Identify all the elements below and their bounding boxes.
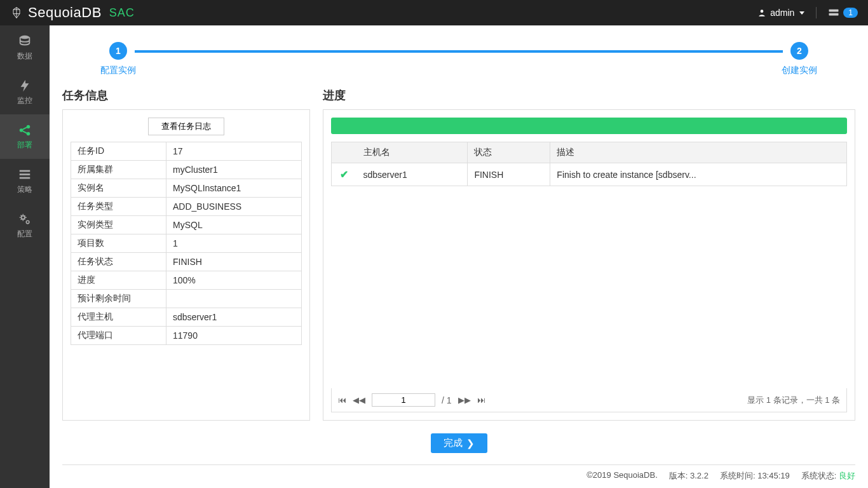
svg-rect-2 [829, 13, 839, 16]
wizard-stepper: 1 配置实例 2 创建实例 [100, 42, 817, 76]
sidebar-item-label: 监控 [17, 95, 32, 106]
task-info-value: 1 [166, 234, 302, 253]
footer-systime: 系统时间: 13:45:19 [720, 470, 790, 482]
progress-title: 进度 [323, 88, 855, 103]
sidebar-item-deploy[interactable]: 部署 [0, 114, 50, 159]
user-name: admin [770, 8, 794, 18]
finish-button[interactable]: 完成 ❯ [431, 433, 487, 453]
task-info-value: FINISH [166, 253, 302, 271]
sidebar: 数据 监控 部署 策略 配置 [0, 25, 50, 488]
sidebar-item-data[interactable]: 数据 [0, 25, 50, 70]
task-info-title: 任务信息 [62, 88, 310, 103]
footer-status: 系统状态: 良好 [801, 470, 855, 482]
check-icon: ✔ [340, 169, 348, 180]
task-info-table: 任务ID17所属集群myCluster1实例名MySQLInstance1任务类… [71, 142, 302, 345]
progress-table: 主机名 状态 描述 ✔ sdbserver1 FINISH Finish to … [331, 142, 847, 186]
gears-icon [18, 212, 32, 226]
task-info-value [166, 290, 302, 308]
step-circle: 2 [790, 42, 808, 60]
step-label: 配置实例 [100, 65, 136, 76]
task-info-row: 实例名MySQLInstance1 [71, 179, 302, 198]
pager-prev-icon[interactable]: ◀◀ [353, 395, 365, 405]
main-content: 1 配置实例 2 创建实例 任务信息 查看任务日志 任务ID17所属集群myCl… [50, 25, 868, 488]
task-info-row: 代理主机sdbserver1 [71, 308, 302, 327]
user-menu[interactable]: admin [757, 8, 804, 18]
progress-panel: 主机名 状态 描述 ✔ sdbserver1 FINISH Finish to … [323, 109, 855, 421]
row-status: FINISH [468, 163, 550, 186]
task-info-row: 任务类型ADD_BUSINESS [71, 198, 302, 216]
task-info-row: 代理端口11790 [71, 327, 302, 345]
sidebar-item-config[interactable]: 配置 [0, 203, 50, 248]
brand-name: SequoiaDB [28, 4, 102, 21]
row-desc: Finish to create instance [sdbserv... [550, 163, 847, 186]
task-info-key: 实例名 [71, 179, 166, 198]
list-icon [18, 168, 32, 182]
task-info-key: 预计剩余时间 [71, 290, 166, 308]
brand-area: SequoiaDB SAC [10, 4, 135, 21]
task-info-key: 所属集群 [71, 161, 166, 179]
sidebar-item-monitor[interactable]: 监控 [0, 70, 50, 114]
pager-current-input[interactable] [372, 393, 435, 407]
task-info-row: 项目数1 [71, 234, 302, 253]
step-2[interactable]: 2 创建实例 [782, 42, 817, 76]
pager-next-icon[interactable]: ▶▶ [458, 395, 471, 405]
footer-status-value: 良好 [839, 471, 855, 480]
pager-total: / 1 [442, 395, 452, 405]
notification-badge: 1 [843, 8, 858, 18]
host-header: 主机名 [357, 142, 468, 163]
svg-point-0 [761, 10, 764, 13]
header-actions: admin 1 [757, 7, 858, 18]
task-info-key: 实例类型 [71, 216, 166, 234]
sidebar-item-label: 数据 [17, 51, 32, 62]
step-1[interactable]: 1 配置实例 [100, 42, 136, 76]
sidebar-item-label: 策略 [17, 184, 32, 195]
task-info-value: 100% [166, 271, 302, 290]
footer: ©2019 SequoiaDB. 版本: 3.2.2 系统时间: 13:45:1… [62, 464, 855, 482]
sidebar-item-label: 配置 [17, 229, 32, 240]
header-divider [816, 7, 817, 18]
svg-rect-1 [829, 10, 839, 12]
task-info-key: 任务类型 [71, 198, 166, 216]
task-info-value: 11790 [166, 327, 302, 345]
task-info-value: MySQLInstance1 [166, 179, 302, 198]
task-info-row: 预计剩余时间 [71, 290, 302, 308]
desc-header: 描述 [550, 142, 847, 163]
svg-point-4 [20, 128, 24, 132]
server-icon [828, 8, 839, 17]
status-header: 状态 [468, 142, 550, 163]
view-log-button[interactable]: 查看任务日志 [148, 118, 224, 135]
sidebar-item-strategy[interactable]: 策略 [0, 159, 50, 203]
row-status-cell: ✔ [332, 163, 357, 186]
task-info-row: 任务状态FINISH [71, 253, 302, 271]
caret-down-icon [799, 11, 804, 15]
task-info-key: 任务状态 [71, 253, 166, 271]
task-info-key: 项目数 [71, 234, 166, 253]
task-info-value: sdbserver1 [166, 308, 302, 327]
task-info-row: 实例类型MySQL [71, 216, 302, 234]
bolt-icon [18, 79, 32, 93]
task-info-value: ADD_BUSINESS [166, 198, 302, 216]
svg-point-6 [27, 132, 31, 135]
step-label: 创建实例 [782, 65, 817, 76]
task-info-value: MySQL [166, 216, 302, 234]
action-row: 完成 ❯ [62, 433, 855, 453]
pager-last-icon[interactable]: ⏭ [477, 395, 485, 405]
step-connector [135, 50, 783, 53]
step-circle: 1 [109, 42, 127, 60]
task-info-key: 代理端口 [71, 327, 166, 345]
svg-point-5 [27, 125, 31, 128]
task-info-panel: 查看任务日志 任务ID17所属集群myCluster1实例名MySQLInsta… [62, 109, 310, 421]
progress-row: ✔ sdbserver1 FINISH Finish to create ins… [332, 163, 847, 186]
svg-rect-8 [20, 173, 31, 175]
user-icon [757, 8, 766, 17]
pager-first-icon[interactable]: ⏮ [338, 395, 346, 405]
task-info-row: 所属集群myCluster1 [71, 161, 302, 179]
server-status-button[interactable]: 1 [828, 8, 858, 18]
footer-version: 版本: 3.2.2 [669, 470, 709, 482]
finish-button-label: 完成 [444, 437, 463, 449]
record-summary: 显示 1 条记录，一共 1 条 [747, 395, 840, 406]
database-icon [18, 34, 32, 48]
task-info-value: myCluster1 [166, 161, 302, 179]
svg-point-11 [26, 220, 29, 224]
svg-rect-7 [20, 170, 31, 172]
